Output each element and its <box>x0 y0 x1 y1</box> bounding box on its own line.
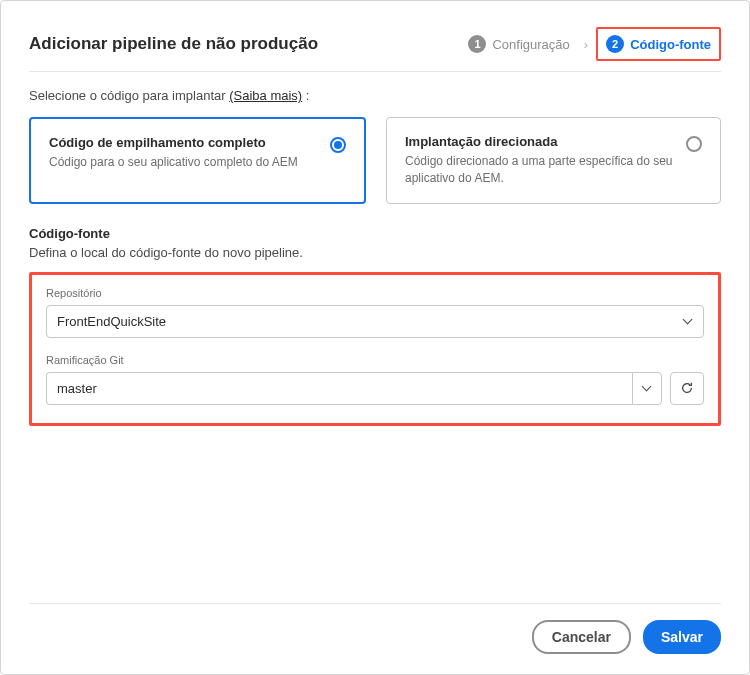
card-text: Implantação direcionada Código direciona… <box>405 134 686 187</box>
refresh-icon <box>680 381 694 395</box>
chevron-down-icon <box>642 383 652 393</box>
refresh-branches-button[interactable] <box>670 372 704 405</box>
step-label: Configuração <box>492 37 569 52</box>
dialog-header: Adicionar pipeline de não produção 1 Con… <box>29 27 721 72</box>
radio-icon <box>330 137 346 153</box>
learn-more-link[interactable]: (Saiba mais) <box>229 88 302 103</box>
step-source-code[interactable]: 2 Código-fonte <box>596 27 721 61</box>
instruction-suffix: : <box>302 88 309 103</box>
step-number: 1 <box>468 35 486 53</box>
card-text: Código de empilhamento completo Código p… <box>49 135 330 171</box>
radio-icon <box>686 136 702 152</box>
repository-select[interactable]: FrontEndQuickSite <box>46 305 704 338</box>
page-title: Adicionar pipeline de não produção <box>29 34 318 54</box>
add-pipeline-dialog: Adicionar pipeline de não produção 1 Con… <box>0 0 750 675</box>
wizard-stepper: 1 Configuração › 2 Código-fonte <box>462 27 721 61</box>
repository-value: FrontEndQuickSite <box>57 314 166 329</box>
source-fields-group: Repositório FrontEndQuickSite Ramificaçã… <box>29 272 721 426</box>
instruction-prefix: Selecione o código para implantar <box>29 88 229 103</box>
chevron-right-icon: › <box>584 37 588 52</box>
git-branch-label: Ramificação Git <box>46 354 704 366</box>
dialog-footer: Cancelar Salvar <box>29 603 721 654</box>
step-number: 2 <box>606 35 624 53</box>
card-description: Código direcionado a uma parte específic… <box>405 153 676 187</box>
card-full-stack[interactable]: Código de empilhamento completo Código p… <box>29 117 366 204</box>
save-button[interactable]: Salvar <box>643 620 721 654</box>
step-label: Código-fonte <box>630 37 711 52</box>
source-section-title: Código-fonte <box>29 226 721 241</box>
source-section-subtitle: Defina o local do código-fonte do novo p… <box>29 245 721 260</box>
card-title: Implantação direcionada <box>405 134 676 149</box>
git-branch-input[interactable]: master <box>46 372 632 405</box>
code-type-cards: Código de empilhamento completo Código p… <box>29 117 721 204</box>
git-branch-dropdown-button[interactable] <box>632 372 662 405</box>
chevron-down-icon <box>683 316 693 326</box>
cancel-button[interactable]: Cancelar <box>532 620 631 654</box>
instruction-text: Selecione o código para implantar (Saiba… <box>29 88 721 103</box>
repository-label: Repositório <box>46 287 704 299</box>
step-configuration[interactable]: 1 Configuração <box>462 31 575 57</box>
card-description: Código para o seu aplicativo completo do… <box>49 154 320 171</box>
card-title: Código de empilhamento completo <box>49 135 320 150</box>
git-branch-value: master <box>57 381 97 396</box>
card-targeted-deployment[interactable]: Implantação direcionada Código direciona… <box>386 117 721 204</box>
